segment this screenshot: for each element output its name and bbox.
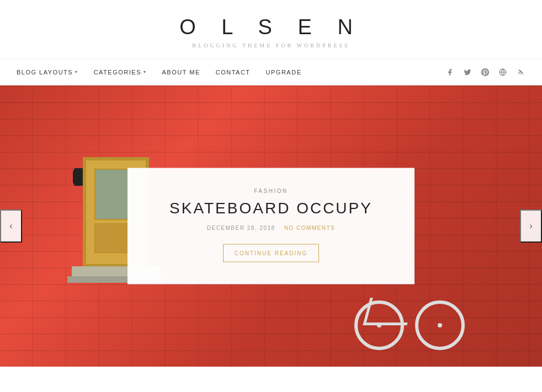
nav-item-contact[interactable]: CONTACT xyxy=(216,69,251,76)
rss-icon[interactable] xyxy=(516,67,525,77)
bike-frame xyxy=(363,298,414,325)
card-meta: DECEMBER 28, 2018 NO COMMENTS xyxy=(152,225,390,231)
slider-prev-button[interactable]: ‹ xyxy=(0,210,22,243)
slider-next-button[interactable]: › xyxy=(520,210,542,243)
site-tagline: BLOGGING THEME FOR WORDPRESS xyxy=(11,42,531,49)
pinterest-icon[interactable] xyxy=(480,67,490,77)
hero-card: FASHION SKATEBOARD OCCUPY DECEMBER 28, 2… xyxy=(127,168,415,284)
hero-section: ‹ FASHION SKATEBOARD OCCUPY DECEMBER 28,… xyxy=(0,85,542,367)
card-comments-link[interactable]: NO COMMENTS xyxy=(284,225,336,231)
nav-left: BLOG LAYOUTS ▾ CATEGORIES ▾ ABOUT ME CON… xyxy=(17,69,302,76)
nav-item-about-me[interactable]: ABOUT ME xyxy=(162,69,200,76)
svg-point-2 xyxy=(518,74,518,74)
nav-social xyxy=(445,67,525,77)
continue-reading-button[interactable]: CONTINUE READING xyxy=(223,244,320,262)
globe-icon[interactable] xyxy=(498,67,508,77)
site-title: O L S E N xyxy=(11,15,531,39)
nav-item-categories[interactable]: CATEGORIES ▾ xyxy=(94,69,147,76)
dropdown-arrow: ▾ xyxy=(75,69,78,74)
dropdown-arrow: ▾ xyxy=(144,69,147,74)
nav-bar: BLOG LAYOUTS ▾ CATEGORIES ▾ ABOUT ME CON… xyxy=(0,59,542,85)
nav-item-blog-layouts[interactable]: BLOG LAYOUTS ▾ xyxy=(17,69,78,76)
nav-item-upgrade[interactable]: UPGRADE xyxy=(266,69,302,76)
card-title: SKATEBOARD OCCUPY xyxy=(152,200,390,217)
twitter-icon[interactable] xyxy=(463,67,472,77)
card-category: FASHION xyxy=(152,188,390,194)
bike-wheel-front xyxy=(415,300,465,350)
site-header: O L S E N BLOGGING THEME FOR WORDPRESS xyxy=(0,0,542,59)
facebook-icon[interactable] xyxy=(445,67,455,77)
card-date: DECEMBER 28, 2018 xyxy=(207,225,275,231)
